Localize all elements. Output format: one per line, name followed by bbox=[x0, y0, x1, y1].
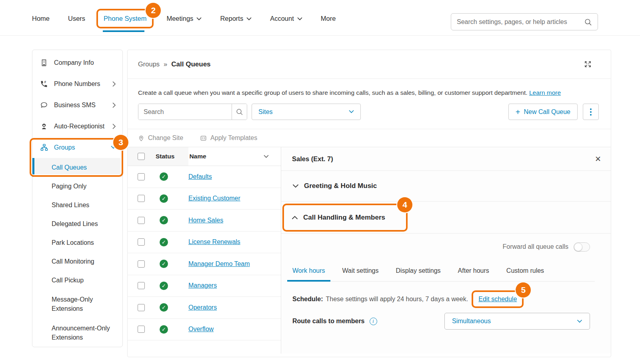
row-checkbox[interactable] bbox=[138, 304, 145, 311]
sidebar-item-groups[interactable]: Groups bbox=[32, 137, 122, 158]
sites-dropdown[interactable]: Sites bbox=[252, 104, 361, 120]
change-site-button[interactable]: Change Site bbox=[138, 134, 183, 142]
forward-all-toggle[interactable] bbox=[574, 242, 590, 252]
chevron-down-icon bbox=[297, 17, 302, 21]
expand-icon[interactable] bbox=[584, 60, 592, 68]
apply-templates-button[interactable]: Apply Templates bbox=[200, 134, 257, 142]
list-controls: Sites + New Call Queue bbox=[128, 104, 611, 120]
search-icon[interactable] bbox=[232, 104, 247, 120]
chevron-down-icon bbox=[246, 17, 252, 21]
table-row: ✓ Operators bbox=[128, 297, 281, 319]
top-nav: Home Users Phone System 2 Meetings Repor… bbox=[0, 0, 640, 36]
status-active-icon: ✓ bbox=[160, 325, 168, 334]
list-and-detail: Status Name ✓ Defaults ✓ Existing Custom… bbox=[128, 147, 611, 354]
nav-reports[interactable]: Reports bbox=[220, 15, 252, 22]
status-active-icon: ✓ bbox=[160, 194, 168, 203]
nav-home[interactable]: Home bbox=[32, 15, 50, 22]
tab-after-hours[interactable]: After hours bbox=[458, 267, 489, 274]
chevron-right-icon bbox=[112, 81, 116, 87]
sidebar-item-business-sms[interactable]: Business SMS bbox=[32, 94, 122, 116]
sidebar-item-call-pickup[interactable]: Call Pickup bbox=[32, 271, 122, 290]
tab-custom-rules[interactable]: Custom rules bbox=[506, 267, 544, 274]
more-actions-button[interactable] bbox=[583, 104, 599, 120]
queue-link[interactable]: Defaults bbox=[188, 173, 212, 180]
breadcrumb-row: Groups » Call Queues bbox=[128, 50, 611, 79]
nav-phone-system[interactable]: Phone System bbox=[104, 15, 146, 22]
queue-link[interactable]: Home Sales bbox=[188, 217, 223, 224]
sidebar-item-call-monitoring[interactable]: Call Monitoring bbox=[32, 252, 122, 271]
sidebar-item-shared-lines[interactable]: Shared Lines bbox=[32, 196, 122, 214]
nav-users[interactable]: Users bbox=[68, 15, 85, 22]
phone-hash-icon: # bbox=[40, 80, 48, 88]
info-icon[interactable]: i bbox=[370, 318, 377, 325]
table-row: ✓ Defaults bbox=[128, 166, 281, 188]
sidebar-item-company-info[interactable]: Company Info bbox=[32, 52, 122, 73]
status-active-icon: ✓ bbox=[160, 216, 168, 224]
row-checkbox[interactable] bbox=[138, 195, 145, 202]
name-column-header: Name bbox=[189, 153, 206, 160]
new-call-queue-button[interactable]: + New Call Queue bbox=[508, 104, 578, 120]
close-icon[interactable]: ✕ bbox=[595, 155, 601, 163]
breadcrumb-parent[interactable]: Groups bbox=[138, 60, 160, 68]
row-checkbox[interactable] bbox=[138, 217, 145, 224]
plus-icon: + bbox=[516, 108, 520, 116]
org-chart-icon bbox=[40, 143, 48, 152]
nav-meetings[interactable]: Meetings bbox=[166, 15, 202, 22]
step-highlight-call-handling[interactable]: Call Handling & Members 4 bbox=[282, 204, 408, 232]
sidebar-item-auto-receptionist[interactable]: Auto-Receptionist bbox=[32, 116, 122, 137]
queue-search-input[interactable] bbox=[138, 104, 232, 120]
step-highlight-edit-schedule: Edit schedule 5 bbox=[472, 290, 524, 308]
sidebar-item-announcement-only-extensions[interactable]: Announcement-Only Extensions bbox=[32, 318, 122, 347]
row-checkbox[interactable] bbox=[138, 326, 145, 333]
queue-link[interactable]: Operators bbox=[188, 304, 217, 311]
sidebar-item-paging-only[interactable]: Paging Only bbox=[32, 177, 122, 196]
status-active-icon: ✓ bbox=[160, 282, 168, 290]
row-checkbox[interactable] bbox=[138, 173, 145, 180]
queue-link[interactable]: Managers bbox=[188, 282, 217, 289]
section-call-handling-members-row: Call Handling & Members 4 bbox=[281, 202, 611, 234]
building-icon bbox=[40, 59, 48, 67]
breadcrumb-separator: » bbox=[164, 60, 167, 68]
admin-portal-page: Home Users Phone System 2 Meetings Repor… bbox=[0, 0, 640, 364]
table-row: ✓ Managers bbox=[128, 275, 281, 297]
route-calls-label: Route calls to members bbox=[292, 318, 365, 325]
section-greeting-hold-music[interactable]: Greeting & Hold Music bbox=[281, 171, 611, 202]
queue-link[interactable]: Overflow bbox=[188, 326, 214, 333]
panel-title: Sales (Ext. 7) bbox=[292, 155, 333, 163]
nav-account[interactable]: Account bbox=[270, 15, 302, 22]
sidebar-item-message-only-extensions[interactable]: Message-Only Extensions bbox=[32, 290, 122, 318]
schedule-row: Schedule: These settings will apply 24 h… bbox=[292, 290, 600, 308]
nav-more[interactable]: More bbox=[321, 15, 336, 22]
chevron-down-icon bbox=[196, 17, 202, 21]
row-checkbox[interactable] bbox=[138, 260, 145, 268]
select-all-checkbox[interactable] bbox=[138, 153, 145, 160]
global-search-input[interactable] bbox=[457, 18, 584, 26]
queue-link[interactable]: Existing Customer bbox=[188, 195, 240, 202]
queue-link[interactable]: License Renewals bbox=[188, 238, 240, 246]
route-calls-row: Route calls to members i Simultaneous bbox=[292, 313, 600, 330]
call-handling-body: Forward all queue calls Work hours Wait … bbox=[281, 242, 611, 330]
route-calls-dropdown[interactable]: Simultaneous bbox=[444, 313, 590, 330]
row-checkbox[interactable] bbox=[138, 282, 145, 289]
sidebar-item-phone-numbers[interactable]: # Phone Numbers bbox=[32, 73, 122, 94]
chevron-up-icon bbox=[292, 215, 298, 220]
search-icon[interactable] bbox=[584, 18, 592, 26]
step-highlight-phone-system: Phone System 2 bbox=[96, 9, 154, 28]
chevron-right-icon bbox=[112, 124, 116, 129]
tab-work-hours[interactable]: Work hours bbox=[292, 267, 325, 274]
schedule-label: Schedule: bbox=[292, 296, 323, 303]
queue-link[interactable]: Manager Demo Team bbox=[188, 260, 250, 268]
sidebar-item-call-queues[interactable]: Call Queues bbox=[32, 158, 122, 177]
sidebar-item-park-locations[interactable]: Park Locations bbox=[32, 233, 122, 252]
tab-display-settings[interactable]: Display settings bbox=[396, 267, 441, 274]
status-active-icon: ✓ bbox=[160, 260, 168, 268]
tab-wait-settings[interactable]: Wait settings bbox=[342, 267, 379, 274]
table-row: ✓ Manager Demo Team bbox=[128, 253, 281, 275]
call-queue-table: Status Name ✓ Defaults ✓ Existing Custom… bbox=[128, 147, 281, 354]
location-pin-icon bbox=[138, 135, 144, 142]
chevron-down-icon[interactable] bbox=[264, 155, 269, 158]
edit-schedule-link[interactable]: Edit schedule bbox=[478, 296, 517, 303]
learn-more-link[interactable]: Learn more bbox=[529, 89, 561, 96]
sidebar-item-delegated-lines[interactable]: Delegated Lines bbox=[32, 214, 122, 233]
row-checkbox[interactable] bbox=[138, 238, 145, 246]
